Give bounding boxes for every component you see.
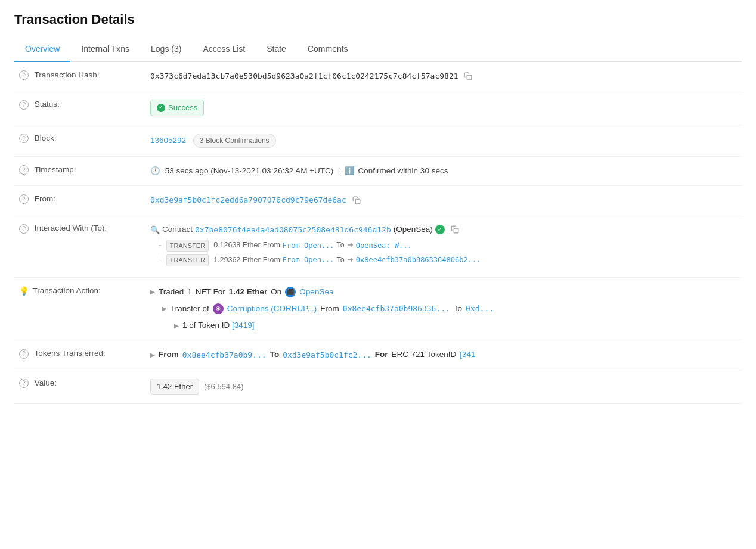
tokens-transferred-row: ? Tokens Transferred: ▶ From 0x8ee4cfb37…	[14, 340, 742, 370]
tabs-bar: Overview Internal Txns Logs (3) Access L…	[14, 37, 742, 62]
from-key: From	[159, 349, 179, 361]
action-row-1: ▶ Traded 1 NFT For 1.42 Ether On ⬛ OpenS…	[150, 286, 737, 298]
to-key: To	[270, 349, 280, 361]
lightbulb-icon: 💡	[19, 286, 29, 296]
transfer1-from-link[interactable]: From Open...	[283, 240, 334, 251]
transfer2-to-link[interactable]: 0x8ee4cfb37a0b9863364806b2...	[356, 255, 481, 265]
timestamp-label: Timestamp:	[35, 165, 76, 174]
svg-rect-0	[467, 76, 472, 80]
tx-hash-help-icon[interactable]: ?	[19, 70, 29, 80]
block-confirmations: 3 Block Confirmations	[193, 134, 276, 148]
token-id-value: [341	[460, 349, 475, 361]
transfer2-line: └ TRANSFER 1.29362 Ether From From Open.…	[150, 254, 737, 266]
action-from-link[interactable]: 0x8ee4cfb37a0b986336...	[343, 303, 450, 315]
tx-hash-value: 0x373c6d7eda13cb7a0e530bd5d9623a0a2f1cf0…	[150, 72, 458, 80]
action-row-3: ▶ 1 of Token ID [3419]	[150, 320, 737, 331]
value-help-icon[interactable]: ?	[19, 379, 29, 388]
status-dot-icon	[157, 104, 165, 112]
block-number-link[interactable]: 13605292	[150, 136, 186, 145]
contract-line: 🔍 Contract 0x7be8076f4ea4a4ad08075c2508e…	[150, 224, 737, 235]
contract-copy-icon[interactable]	[451, 225, 459, 234]
status-badge: Success	[150, 100, 204, 116]
transfer2-from-link[interactable]: From Open...	[283, 255, 334, 265]
tx-hash-row: ? Transaction Hash: 0x373c6d7eda13cb7a0e…	[14, 62, 742, 91]
transfer1-to-label: To	[337, 240, 345, 251]
contract-name: (OpenSea)	[394, 224, 433, 235]
timestamp-value: 🕐 53 secs ago (Nov-13-2021 03:26:32 AM +…	[150, 166, 448, 175]
status-help-icon[interactable]: ?	[19, 100, 29, 110]
transfer1-to-link[interactable]: OpenSea: W...	[356, 240, 412, 251]
transfer1-label: TRANSFER	[166, 240, 209, 252]
from-copy-icon[interactable]	[352, 196, 361, 204]
triangle-icon-1: ▶	[150, 287, 155, 296]
transfer1-amount: 0.12638 Ether	[213, 240, 261, 251]
block-label: Block:	[35, 134, 57, 142]
status-label: Status:	[35, 100, 60, 108]
value-row: ? Value: 1.42 Ether ($6,594.84)	[14, 370, 742, 404]
tab-internal-txns[interactable]: Internal Txns	[70, 37, 140, 62]
token-id-line: 1 of Token ID [3419]	[182, 320, 255, 331]
from-help-icon[interactable]: ?	[19, 194, 29, 204]
arrow-icon-2: ➜	[347, 255, 354, 266]
block-row: ? Block: 13605292 3 Block Confirmations	[14, 125, 742, 156]
action-to-link[interactable]: 0xd...	[466, 303, 494, 315]
status-row: ? Status: Success	[14, 91, 742, 125]
nft-count: 1	[187, 286, 192, 298]
verified-icon: ✓	[435, 225, 445, 234]
transfer2-from-label: From	[263, 255, 280, 266]
contract-label: Contract	[162, 224, 193, 235]
tab-comments[interactable]: Comments	[297, 37, 359, 62]
timestamp-help-icon[interactable]: ?	[19, 165, 29, 175]
tab-access-list[interactable]: Access List	[192, 37, 256, 62]
tab-overview[interactable]: Overview	[14, 37, 70, 62]
tab-logs[interactable]: Logs (3)	[140, 37, 192, 62]
block-help-icon[interactable]: ?	[19, 134, 29, 143]
transfer2-amount: 1.29362 Ether	[213, 255, 261, 266]
nft-label: NFT For	[196, 286, 225, 298]
tokens-to-link[interactable]: 0xd3e9af5b0c1fc2...	[283, 349, 371, 361]
interacted-help-icon[interactable]: ?	[19, 224, 29, 234]
search-icon: 🔍	[150, 224, 160, 236]
value-label: Value:	[35, 379, 57, 387]
tokens-triangle-icon: ▶	[150, 351, 155, 359]
tab-state[interactable]: State	[256, 37, 297, 62]
svg-rect-2	[454, 229, 458, 234]
contract-address-link[interactable]: 0x7be8076f4ea4a4ad08075c2508e481d6c946d1…	[195, 224, 391, 236]
nft-token-icon: ◉	[213, 303, 224, 314]
for-key: For	[375, 349, 388, 361]
tx-hash-label: Transaction Hash:	[35, 70, 100, 79]
action-row-2: ▶ Transfer of ◉ Corruptions (CORRUP...) …	[150, 303, 737, 315]
tokens-label: Tokens Transferred:	[35, 349, 106, 358]
clock-icon: 🕐	[150, 166, 160, 175]
from-label-action: From	[320, 303, 339, 315]
opensea-logo-icon: ⬛	[285, 287, 296, 297]
token-standard: ERC-721 TokenID	[392, 349, 457, 361]
timestamp-row: ? Timestamp: 🕐 53 secs ago (Nov-13-2021 …	[14, 156, 742, 185]
to-label-action: To	[454, 303, 462, 315]
tx-hash-copy-icon[interactable]	[464, 72, 472, 80]
page-title: Transaction Details	[14, 12, 742, 27]
triangle-icon-3: ▶	[174, 321, 179, 330]
value-box: 1.42 Ether ($6,594.84)	[150, 379, 244, 395]
from-label: From:	[35, 194, 55, 203]
info-icon: ℹ️	[345, 166, 355, 175]
tokens-row: ▶ From 0x8ee4cfb37a0b9... To 0xd3e9af5b0…	[150, 349, 737, 361]
opensea-platform-link[interactable]: OpenSea	[299, 286, 333, 298]
tx-action-label: Transaction Action:	[33, 286, 101, 295]
token-name-link[interactable]: Corruptions (CORRUP...)	[227, 303, 317, 315]
transfer1-from-label: From	[263, 240, 280, 251]
from-address-link[interactable]: 0xd3e9af5b0c1fc2edd6a7907076cd9c79e67de6…	[150, 196, 346, 204]
from-row: ? From: 0xd3e9af5b0c1fc2edd6a7907076cd9c…	[14, 186, 742, 215]
interacted-with-row: ? Interacted With (To): 🔍 Contract 0x7be…	[14, 215, 742, 277]
transfer2-to-label: To	[337, 255, 345, 266]
arrow-icon-1: ➜	[347, 240, 354, 251]
tokens-from-link[interactable]: 0x8ee4cfb37a0b9...	[182, 349, 267, 361]
interacted-label: Interacted With (To):	[35, 224, 107, 232]
ether-value-badge: 1.42 Ether	[150, 379, 199, 395]
on-label: On	[271, 286, 281, 298]
traded-prefix: Traded	[159, 286, 184, 298]
tokens-help-icon[interactable]: ?	[19, 349, 29, 359]
tx-action-row: 💡 Transaction Action: ▶ Traded 1 NFT For…	[14, 277, 742, 340]
trade-amount: 1.42 Ether	[229, 286, 268, 298]
svg-rect-1	[355, 200, 360, 204]
